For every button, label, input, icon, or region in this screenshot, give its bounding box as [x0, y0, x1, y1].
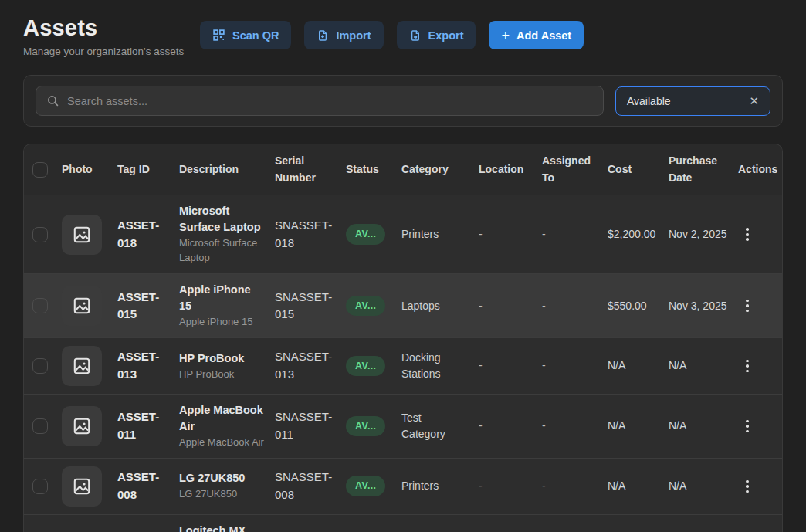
location: - — [479, 410, 542, 442]
photo-placeholder — [62, 215, 102, 255]
actions-cell — [738, 289, 783, 324]
import-label: Import — [336, 29, 371, 42]
table-row[interactable]: ASSET-018 Microsoft Surface Laptop Micro… — [24, 195, 782, 274]
photo-cell — [62, 526, 117, 532]
location: - — [479, 290, 542, 322]
asset-name: Apple iPhone 15 — [179, 282, 264, 314]
scan-qr-button[interactable]: Scan QR — [200, 21, 291, 49]
close-icon[interactable]: ✕ — [749, 95, 759, 107]
asset-description: LG 27UK850 — [179, 487, 264, 502]
export-icon — [409, 29, 422, 42]
purchase-date: Nov 2, 2025 — [669, 219, 738, 250]
export-button[interactable]: Export — [397, 21, 476, 49]
row-checkbox[interactable] — [32, 418, 48, 434]
location: - — [479, 219, 542, 250]
image-icon — [72, 476, 92, 496]
tag-id: ASSET-013 — [117, 341, 179, 391]
column-header-actions: Actions — [738, 153, 783, 187]
assigned-to: - — [542, 350, 608, 381]
row-checkbox-cell — [24, 290, 62, 321]
photo-placeholder — [62, 406, 102, 446]
status-cell: AV... — [346, 348, 401, 385]
status-cell: AV... — [346, 288, 401, 324]
photo-cell — [62, 398, 117, 454]
row-actions-menu-icon[interactable] — [738, 357, 757, 376]
table-row[interactable]: ASSET-015 Apple iPhone 15 Apple iPhone 1… — [24, 274, 782, 338]
cost: N/A — [608, 410, 669, 442]
table-row[interactable]: ASSET-013 HP ProBook HP ProBook SNASSET-… — [24, 338, 782, 395]
row-actions-menu-icon[interactable] — [738, 477, 757, 496]
serial-number: SNASSET-015 — [275, 281, 346, 331]
select-all-checkbox[interactable] — [32, 162, 48, 178]
cost: $2,200.00 — [608, 219, 669, 250]
status-badge: AV... — [346, 356, 385, 377]
serial-number: SNASSET-018 — [275, 209, 346, 259]
column-header-description: Description — [179, 153, 275, 187]
status-cell: AV... — [346, 216, 401, 252]
image-icon — [72, 225, 92, 245]
row-checkbox[interactable] — [32, 227, 48, 242]
row-checkbox[interactable] — [32, 298, 48, 313]
tag-id: ASSET-008 — [117, 461, 179, 511]
column-header-location: Location — [479, 153, 542, 187]
assigned-to: - — [542, 410, 608, 442]
assigned-to: - — [542, 219, 608, 250]
status-badge: AV... — [346, 476, 385, 496]
page-title: Assets — [23, 15, 200, 41]
category: Test Category — [401, 402, 479, 450]
purchase-date: Nov 3, 2025 — [669, 290, 738, 322]
photo-cell — [62, 338, 117, 394]
photo-cell — [62, 278, 117, 334]
filter-card: Available ✕ — [23, 75, 783, 127]
row-actions-menu-icon[interactable] — [738, 296, 757, 316]
location: - — [479, 350, 542, 381]
row-actions-menu-icon[interactable] — [738, 225, 757, 244]
description-cell: Apple iPhone 15 Apple iPhone 15 — [179, 274, 275, 337]
serial-number: SNASSET-013 — [275, 341, 346, 391]
tag-id: ASSET-006 — [117, 529, 179, 532]
column-header-photo: Photo — [62, 153, 117, 187]
row-checkbox-cell — [24, 471, 62, 502]
category: Docking Stations — [401, 342, 479, 390]
description-cell: Logitech MX Master 3 Logitech MX Master … — [179, 515, 275, 532]
serial-number: SNASSET-011 — [275, 401, 346, 451]
status-filter-chip[interactable]: Available ✕ — [615, 86, 770, 116]
row-checkbox-cell — [24, 219, 62, 250]
description-cell: Microsoft Surface Laptop Microsoft Surfa… — [179, 195, 275, 273]
description-cell: LG 27UK850 LG 27UK850 — [179, 463, 275, 510]
row-checkbox[interactable] — [32, 358, 48, 374]
row-checkbox[interactable] — [32, 479, 48, 494]
photo-cell — [62, 207, 117, 263]
asset-name: HP ProBook — [179, 351, 264, 367]
search-box[interactable] — [36, 86, 604, 116]
status-badge: AV... — [346, 224, 385, 245]
asset-name: Microsoft Surface Laptop — [179, 203, 264, 236]
table-row[interactable]: ASSET-011 Apple MacBook Air Apple MacBoo… — [24, 395, 782, 459]
status-badge: AV... — [346, 296, 385, 317]
image-icon — [72, 416, 92, 436]
actions-cell — [738, 349, 783, 384]
cost: N/A — [608, 350, 669, 381]
table-row[interactable]: ASSET-006 Logitech MX Master 3 Logitech … — [24, 515, 782, 532]
purchase-date: N/A — [669, 410, 738, 442]
row-checkbox-cell — [24, 411, 62, 442]
asset-name: Apple MacBook Air — [179, 402, 264, 435]
asset-name: LG 27UK850 — [179, 470, 264, 486]
table-row[interactable]: ASSET-008 LG 27UK850 LG 27UK850 SNASSET-… — [24, 459, 782, 515]
actions-cell — [738, 217, 783, 252]
asset-description: Apple MacBook Air — [179, 435, 264, 450]
location: - — [479, 470, 542, 502]
category: Laptops — [401, 290, 479, 322]
title-block: Assets Manage your organization's assets — [23, 15, 200, 57]
search-input[interactable] — [67, 95, 593, 107]
filter-chip-label: Available — [627, 95, 671, 107]
table-header-row: Photo Tag ID Description Serial Number S… — [24, 144, 782, 195]
status-cell: AV... — [346, 408, 401, 445]
tag-id: ASSET-011 — [117, 401, 179, 451]
import-button[interactable]: Import — [304, 21, 383, 49]
add-asset-label: Add Asset — [516, 29, 571, 42]
row-actions-menu-icon[interactable] — [738, 417, 757, 436]
asset-name: Logitech MX Master 3 — [179, 523, 264, 532]
actions-cell — [738, 409, 783, 444]
add-asset-button[interactable]: + Add Asset — [489, 21, 584, 49]
